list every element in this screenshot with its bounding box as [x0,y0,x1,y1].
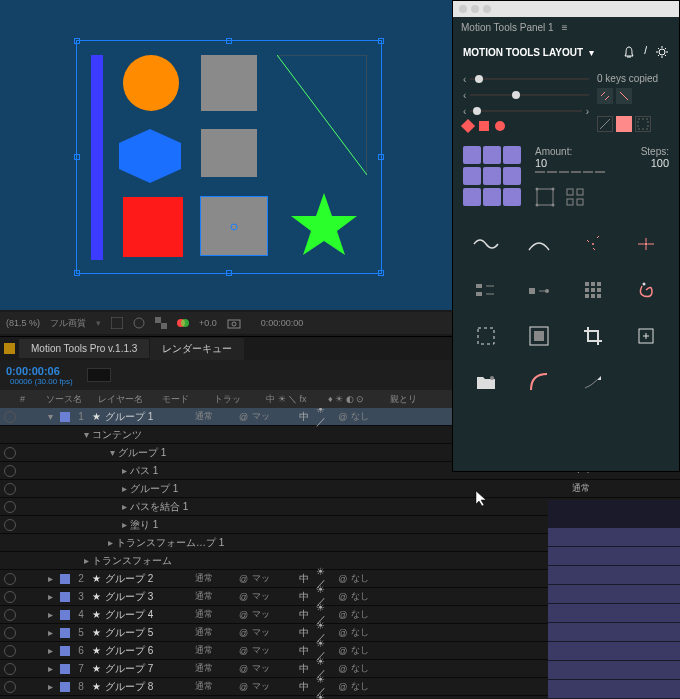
svg-point-6 [134,318,144,328]
visibility-toggle[interactable] [4,483,16,495]
slash-icon[interactable]: / [644,45,647,59]
slider[interactable] [470,110,581,112]
svg-point-12 [232,322,236,326]
col-parent[interactable]: 親とリ [390,393,417,406]
dashed-rect-tool[interactable] [459,313,513,359]
snapshot-icon[interactable] [227,317,241,329]
col-layer[interactable]: レイヤー名 [98,393,150,406]
current-time[interactable]: 0:00:00:06 [6,365,73,377]
transform-handle[interactable] [74,154,80,160]
grid-icon[interactable] [111,317,123,329]
empty-tool[interactable] [620,359,674,405]
exposure-value[interactable]: +0.0 [199,318,217,328]
tab-motion-tools[interactable]: Motion Tools Pro v.1.1.3 [19,339,149,358]
spiral-tool[interactable] [620,267,674,313]
svg-rect-11 [228,320,240,328]
shape-bar [91,55,103,260]
chevron-left-icon[interactable]: ‹ [463,90,466,101]
grid-tool[interactable] [566,267,620,313]
layer-name[interactable]: グループ 1 [105,410,195,424]
search-input[interactable] [87,368,111,382]
timeline-bars[interactable] [548,500,680,699]
transform-handle[interactable] [226,270,232,276]
converge-tool[interactable] [620,221,674,267]
transform-handle[interactable] [378,270,384,276]
visibility-toggle[interactable] [4,501,16,513]
slider[interactable] [470,94,589,96]
svg-rect-25 [577,199,583,205]
slider[interactable] [470,78,589,80]
visibility-toggle[interactable] [4,447,16,459]
close-dot[interactable] [459,5,467,13]
folder-tool[interactable] [459,359,513,405]
add-rect-tool[interactable] [620,313,674,359]
square-shape-button[interactable] [479,121,489,131]
col-source[interactable]: ソース名 [46,393,86,406]
crop-tool[interactable] [566,313,620,359]
frame-tool[interactable] [513,313,567,359]
svg-rect-32 [585,282,589,286]
dropdown-icon[interactable]: ▾ [589,47,594,58]
shape-square [201,129,257,177]
svg-point-3 [231,224,237,230]
sequence-tool[interactable] [459,267,513,313]
col-track[interactable]: トラッ [214,393,254,406]
steps-label: Steps: [641,146,669,157]
mask-icon[interactable] [133,317,145,329]
visibility-toggle[interactable] [4,465,16,477]
tab-render-queue[interactable]: レンダーキュー [150,338,244,360]
chevron-right-icon[interactable]: › [586,106,589,117]
anchor-point-grid[interactable] [463,146,521,207]
svg-point-26 [592,243,594,245]
visibility-toggle[interactable] [4,519,16,531]
transform-handle[interactable] [226,38,232,44]
arc-tool[interactable] [513,221,567,267]
circle-shape-button[interactable] [495,121,505,131]
property-row[interactable]: ▸グループ 1通常 [0,480,680,498]
panel-tab-label[interactable]: Motion Tools Panel 1≡ [453,17,679,37]
zoom-value[interactable]: (81.5 %) [6,318,40,328]
line-tool-button[interactable] [597,116,613,132]
svg-line-1 [277,55,367,175]
motion-tools-panel: Motion Tools Panel 1≡ MOTION TOOLS LAYOU… [452,0,680,472]
label-color[interactable] [60,412,70,422]
wave-tool[interactable] [459,221,513,267]
max-dot[interactable] [483,5,491,13]
label-swatch[interactable] [4,343,15,354]
bell-icon[interactable] [622,45,636,59]
transform-handle[interactable] [378,154,384,160]
dashed-tool-button[interactable] [635,116,651,132]
pink-square-button[interactable] [616,116,632,132]
amount-value[interactable]: 10 [535,157,547,169]
window-titlebar[interactable] [453,1,679,17]
blend-mode[interactable]: 通常 [195,410,235,423]
chevron-left-icon[interactable]: ‹ [463,74,466,85]
steps-value[interactable]: 100 [651,157,669,169]
break-icon[interactable] [565,187,585,207]
gear-icon[interactable] [655,45,669,59]
col-mode[interactable]: モード [162,393,202,406]
anchor-cell[interactable] [463,146,481,164]
sparkle-tool[interactable] [566,221,620,267]
resolution-dropdown[interactable]: フル画質 [50,317,86,330]
paste-keys-button[interactable] [616,88,632,104]
transparency-icon[interactable] [155,317,167,329]
diamond-shape-button[interactable] [461,119,475,133]
min-dot[interactable] [471,5,479,13]
transform-handle[interactable] [74,38,80,44]
chevron-left-icon[interactable]: ‹ [463,106,466,117]
transform-handle[interactable] [74,270,80,276]
star-trail-tool[interactable] [566,359,620,405]
offset-tool[interactable] [513,267,567,313]
composition-viewer[interactable] [0,0,452,310]
composition-canvas[interactable] [76,40,382,274]
visibility-toggle[interactable] [4,411,16,423]
transform-handle[interactable] [378,38,384,44]
bounds-icon[interactable] [535,187,555,207]
svg-point-41 [643,283,646,286]
curve-tool[interactable] [513,359,567,405]
visibility-toggle[interactable] [4,573,16,585]
svg-rect-8 [161,323,167,329]
copy-keys-button[interactable] [597,88,613,104]
color-mgmt-icon[interactable] [177,317,189,329]
